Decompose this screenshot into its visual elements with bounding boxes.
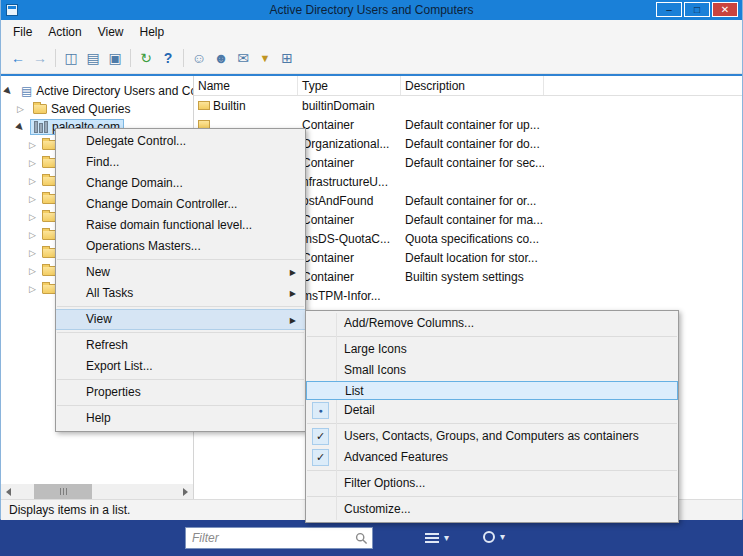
create-group-icon[interactable]: ☻ <box>211 50 231 66</box>
folder-icon <box>42 266 56 276</box>
menu-separator <box>57 306 304 307</box>
submenu-arrow-icon: ▶ <box>290 310 296 330</box>
menu-item-customize[interactable]: Customize... <box>306 499 678 520</box>
columns-menu-button[interactable]: ▾ <box>425 531 449 545</box>
menu-item-raise-domain-functional-level[interactable]: Raise domain functional level... <box>56 215 305 236</box>
menu-item-operations-masters[interactable]: Operations Masters... <box>56 236 305 257</box>
close-button[interactable]: ✕ <box>712 2 738 17</box>
back-icon[interactable]: ← <box>8 50 28 66</box>
send-mail-icon[interactable]: ✉ <box>233 50 253 66</box>
menu-item-help[interactable]: Help <box>56 408 305 429</box>
menu-item-large-icons[interactable]: Large Icons <box>306 339 678 360</box>
column-header-type[interactable]: Type <box>298 76 401 95</box>
menu-separator <box>57 379 304 380</box>
cell-type: nfrastructureU... <box>298 175 401 189</box>
menu-item-new[interactable]: New▶ <box>56 262 305 283</box>
filter-input[interactable] <box>186 531 355 545</box>
expand-arrow-icon[interactable]: ▷ <box>29 248 42 258</box>
context-menu: Delegate Control... Find... Change Domai… <box>55 128 306 432</box>
manage-menu-button[interactable]: ▾ <box>483 531 505 543</box>
submenu-arrow-icon: ▶ <box>290 262 296 283</box>
expand-arrow-icon[interactable]: ▶ <box>5 86 18 96</box>
menu-item-refresh[interactable]: Refresh <box>56 335 305 356</box>
menu-item-users-contacts-groups-computers-as-containers[interactable]: ✓Users, Contacts, Groups, and Computers … <box>306 426 678 447</box>
tree-item-root[interactable]: ▶ ▤ Active Directory Users and Com <box>1 82 193 100</box>
toolbar-separator <box>55 49 56 67</box>
find-icon[interactable]: ⊞ <box>277 50 297 66</box>
menu-item-change-domain-controller[interactable]: Change Domain Controller... <box>56 194 305 215</box>
set-filter-icon[interactable]: ▼ <box>255 52 275 64</box>
menu-view[interactable]: View <box>90 22 132 42</box>
cell-description: Builtin system settings <box>401 270 544 284</box>
expand-arrow-icon[interactable]: ▷ <box>29 176 42 186</box>
menu-item-delegate-control[interactable]: Delegate Control... <box>56 131 305 152</box>
folder-icon <box>42 176 56 186</box>
minimize-button[interactable]: – <box>656 2 682 17</box>
menu-item-detail[interactable]: ●Detail <box>306 400 678 421</box>
expand-arrow-icon[interactable]: ▷ <box>29 194 42 204</box>
scroll-left-button[interactable] <box>1 484 16 499</box>
folder-icon <box>42 248 56 258</box>
expand-arrow-icon[interactable]: ▷ <box>29 266 42 276</box>
expand-arrow-icon[interactable]: ▷ <box>29 212 42 222</box>
circle-icon <box>483 531 495 543</box>
screen: ▾ ▾ Active Directory Users and Computers… <box>0 0 743 556</box>
chevron-down-icon: ▾ <box>444 533 449 543</box>
expand-arrow-icon[interactable]: ▶ <box>17 122 30 132</box>
expand-arrow-icon[interactable]: ▷ <box>29 140 42 150</box>
maximize-button[interactable]: □ <box>684 2 710 17</box>
toolbar-separator <box>183 49 184 67</box>
cell-description: Default container for sec... <box>401 156 544 170</box>
tree-item-saved-queries[interactable]: ▷ Saved Queries <box>1 100 193 118</box>
refresh-icon[interactable]: ↻ <box>136 50 156 66</box>
toolbar-separator <box>130 49 131 67</box>
expand-arrow-icon[interactable]: ▷ <box>17 104 30 114</box>
menu-item-find[interactable]: Find... <box>56 152 305 173</box>
menu-item-advanced-features[interactable]: ✓Advanced Features <box>306 447 678 468</box>
column-header-description[interactable]: Description <box>401 76 544 95</box>
menu-item-all-tasks[interactable]: All Tasks▶ <box>56 283 305 304</box>
menu-help[interactable]: Help <box>132 22 173 42</box>
cell-name: Builtin <box>213 99 246 113</box>
menu-file[interactable]: File <box>5 22 40 42</box>
forward-icon[interactable]: → <box>30 50 50 66</box>
tree-horizontal-scrollbar[interactable] <box>1 484 193 499</box>
show-console-tree-icon[interactable]: ◫ <box>61 50 81 66</box>
triangle-left-icon <box>6 488 11 496</box>
scrollbar-thumb[interactable] <box>34 484 92 499</box>
cell-type: builtinDomain <box>298 99 401 113</box>
properties-icon[interactable]: ▣ <box>105 50 125 66</box>
expand-arrow-icon[interactable]: ▷ <box>29 230 42 240</box>
menu-item-filter-options[interactable]: Filter Options... <box>306 473 678 494</box>
container-icon <box>198 101 210 110</box>
menu-separator <box>57 332 304 333</box>
table-row[interactable]: Builtin builtinDomain <box>194 96 742 115</box>
titlebar[interactable]: Active Directory Users and Computers – □… <box>1 0 742 20</box>
menu-item-small-icons[interactable]: Small Icons <box>306 360 678 381</box>
column-header-name[interactable]: Name <box>194 76 298 95</box>
scroll-right-button[interactable] <box>178 484 193 499</box>
menu-item-export-list[interactable]: Export List... <box>56 356 305 377</box>
menu-item-add-remove-columns[interactable]: Add/Remove Columns... <box>306 313 678 334</box>
search-icon <box>355 532 368 545</box>
cell-description: Default container for ma... <box>401 213 544 227</box>
menu-item-view[interactable]: View▶ <box>56 309 305 330</box>
create-user-icon[interactable]: ☺ <box>189 50 209 66</box>
expand-arrow-icon[interactable]: ▷ <box>29 158 42 168</box>
cell-description: Default container for do... <box>401 137 544 151</box>
menu-item-change-domain[interactable]: Change Domain... <box>56 173 305 194</box>
expand-arrow-icon[interactable]: ▷ <box>29 284 42 294</box>
cell-type: Container <box>298 251 401 265</box>
menu-action[interactable]: Action <box>40 22 89 42</box>
menu-item-properties[interactable]: Properties <box>56 382 305 403</box>
menu-item-list[interactable]: List <box>306 381 678 400</box>
export-list-icon[interactable]: ▤ <box>83 50 103 66</box>
list-lines-icon <box>425 531 439 545</box>
folder-icon <box>42 194 56 204</box>
help-icon[interactable]: ? <box>158 50 178 66</box>
menu-separator <box>307 496 677 497</box>
cell-type: Container <box>298 156 401 170</box>
cell-description: Quota specifications co... <box>401 232 544 246</box>
toolbar: ← → ◫ ▤ ▣ ↻ ? ☺ ☻ ✉ ▼ ⊞ <box>1 43 742 74</box>
menu-separator <box>307 423 677 424</box>
